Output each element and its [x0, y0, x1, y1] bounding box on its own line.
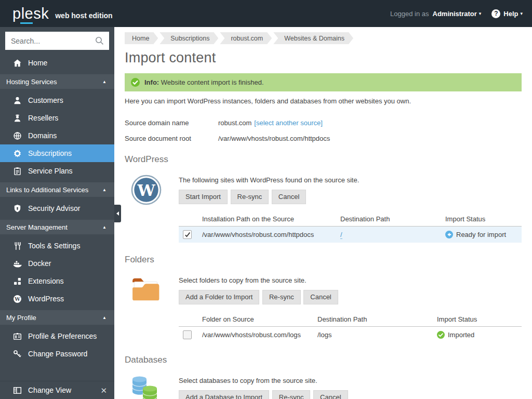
databases-cancel-button[interactable]: Cancel [313, 390, 348, 399]
folders-checkbox-column [179, 313, 198, 327]
folders-cancel-button[interactable]: Cancel [303, 290, 338, 304]
source-root-value: /var/www/vhosts/robust.com/httpdocs [218, 135, 330, 142]
help-menu[interactable]: ? Help ▾ [491, 9, 523, 18]
banner-text: Info: Website content import is finished… [144, 78, 264, 86]
source-domain-label: Source domain name [125, 119, 218, 127]
source-root-label: Source document root [125, 135, 218, 142]
start-import-button[interactable]: Start Import [179, 190, 228, 204]
key-icon [12, 349, 22, 359]
sidebar-item-security-advisor[interactable]: Security Advisor [0, 200, 114, 217]
wordpress-icon: W [12, 294, 22, 304]
folders-row-destination: /logs [313, 327, 433, 343]
blocks-icon [12, 276, 22, 286]
user-menu[interactable]: Administrator [433, 10, 477, 18]
folders-col-source: Folder on Source [198, 313, 313, 327]
intro-text: Here you can import WordPress instances,… [125, 97, 522, 105]
wordpress-row-checkbox[interactable] [183, 230, 192, 239]
info-banner: Info: Website content import is finished… [125, 73, 522, 91]
sidebar-header-my-profile[interactable]: My Profile ▲ [0, 310, 114, 325]
logged-in-as-label: Logged in as [390, 10, 429, 18]
add-database-button[interactable]: Add a Database to Import [179, 390, 269, 399]
sidebar-header-additional-services[interactable]: Links to Additional Services ▲ [0, 182, 114, 197]
page-title: Import content [125, 50, 522, 66]
tools-icon [12, 241, 22, 251]
breadcrumb: Home Subscriptions robust.com Websites &… [125, 32, 522, 44]
databases-section: Select databases to copy from the source… [125, 375, 522, 399]
help-label: Help [503, 10, 518, 18]
wordpress-description: The following sites with WordPress found… [179, 176, 522, 184]
chevron-down-icon: ▾ [520, 11, 523, 16]
databases-resync-button[interactable]: Re-sync [272, 390, 311, 399]
sidebar-item-subscriptions[interactable]: Subscriptions [0, 144, 114, 162]
top-bar: plesk web host edition Logged in as Admi… [0, 0, 532, 27]
databases-description: Select databases to copy from the source… [179, 377, 522, 384]
wordpress-col-status: Import Status [441, 212, 522, 227]
chevron-down-icon: ▾ [479, 11, 482, 16]
databases-button-group: Add a Database to Import Re-sync Cancel [179, 390, 522, 399]
sidebar-item-wordpress[interactable]: W WordPress [0, 290, 114, 308]
sidebar-item-docker[interactable]: Docker [0, 255, 114, 272]
check-circle-icon [437, 331, 445, 339]
sidebar-header-hosting-services[interactable]: Hosting Services ▲ [0, 74, 114, 89]
breadcrumb-subscriptions[interactable]: Subscriptions [159, 32, 218, 44]
folders-row-checkbox[interactable] [183, 330, 192, 339]
question-icon: ? [491, 9, 500, 18]
table-row: /var/www/vhosts/robust.com/logs /logs Im… [179, 327, 522, 343]
svg-text:W: W [137, 181, 155, 200]
folders-heading: Folders [125, 255, 522, 265]
wordpress-section: W The following sites with WordPress fou… [125, 175, 522, 243]
wordpress-checkbox-column [179, 212, 198, 227]
layout-icon [12, 385, 22, 395]
source-root-row: Source document root /var/www/vhosts/rob… [125, 135, 522, 142]
import-arrow-icon [445, 231, 453, 238]
search-icon [95, 36, 104, 46]
main-content: Home Subscriptions robust.com Websites &… [114, 27, 532, 399]
breadcrumb-websites-domains[interactable]: Websites & Domains [273, 32, 353, 44]
folders-row-source: /var/www/vhosts/robust.com/logs [198, 327, 313, 343]
wordpress-table: Installation Path on the Source Destinat… [179, 212, 522, 243]
customers-icon [12, 96, 22, 105]
sidebar-item-resellers[interactable]: Resellers [0, 109, 114, 127]
sidebar-item-tools-settings[interactable]: Tools & Settings [0, 237, 114, 255]
folders-col-status: Import Status [433, 313, 522, 327]
add-folder-button[interactable]: Add a Folder to Import [179, 290, 259, 304]
folders-resync-button[interactable]: Re-sync [262, 290, 301, 304]
sidebar-item-service-plans[interactable]: Service Plans [0, 162, 114, 180]
wordpress-row-destination-link[interactable]: / [340, 231, 342, 239]
clipboard-icon [12, 166, 22, 176]
sidebar-item-extensions[interactable]: Extensions [0, 272, 114, 290]
wordpress-heading: WordPress [125, 154, 522, 165]
chevron-up-icon: ▲ [102, 188, 107, 192]
chevron-up-icon: ▲ [102, 225, 107, 230]
folders-col-destination: Destination Path [313, 313, 433, 327]
sidebar-item-change-password[interactable]: Change Password [0, 345, 114, 363]
breadcrumb-domain[interactable]: robust.com [220, 32, 272, 44]
source-domain-value: robust.com [218, 119, 251, 127]
sidebar-item-profile-preferences[interactable]: Profile & Preferences [0, 327, 114, 345]
home-icon [12, 58, 22, 68]
select-another-source-link[interactable]: [select another source] [254, 119, 323, 127]
sidebar-item-customers[interactable]: Customers [0, 91, 114, 109]
wordpress-row-status: Ready for import [445, 231, 517, 238]
close-icon[interactable]: ✕ [100, 387, 107, 394]
wordpress-cancel-button[interactable]: Cancel [272, 190, 306, 204]
id-card-icon [12, 331, 22, 341]
sidebar-header-server-management[interactable]: Server Management ▲ [0, 220, 114, 234]
wordpress-col-source: Installation Path on the Source [198, 212, 336, 227]
databases-icon [131, 375, 161, 399]
wordpress-resync-button[interactable]: Re-sync [231, 190, 269, 204]
change-view-button[interactable]: Change View ✕ [0, 381, 114, 399]
source-domain-row: Source domain name robust.com [select an… [125, 119, 522, 127]
globe-icon [12, 131, 22, 141]
resellers-icon [12, 113, 22, 123]
sidebar: Home Hosting Services ▲ Customers Resell… [0, 27, 114, 399]
wordpress-row-source: /var/www/vhosts/robust.com/httpdocs [198, 227, 336, 243]
wordpress-col-destination: Destination Path [336, 212, 441, 227]
sidebar-item-home[interactable]: Home [0, 54, 114, 72]
search-input[interactable] [5, 32, 109, 50]
gear-icon [12, 149, 22, 158]
folders-section: Select folders to copy from the source s… [125, 275, 522, 343]
sidebar-collapse-handle[interactable] [114, 205, 121, 222]
sidebar-item-domains[interactable]: Domains [0, 127, 114, 144]
breadcrumb-home[interactable]: Home [125, 32, 158, 44]
